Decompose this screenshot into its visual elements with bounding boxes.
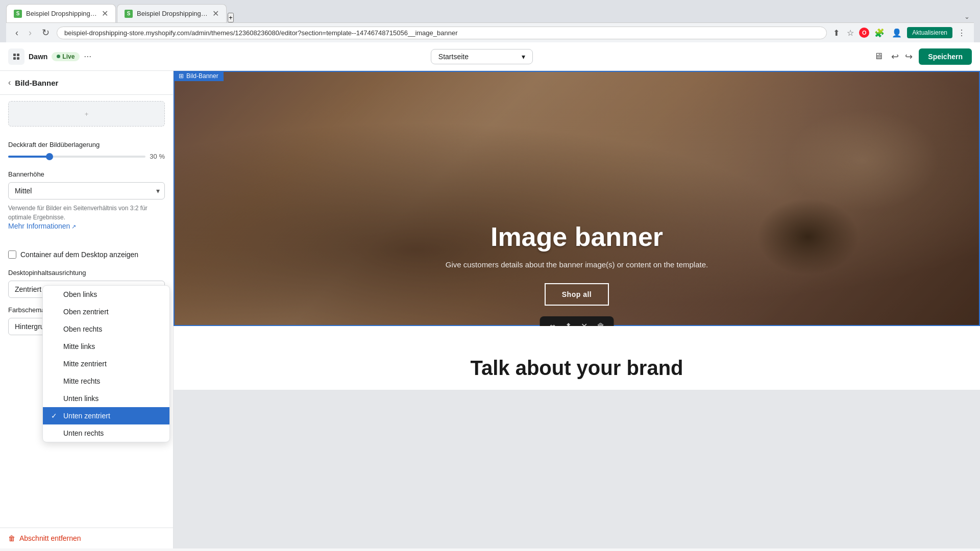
banner-height-select[interactable]: Klein Mittel Groß Vollbild (8, 182, 165, 199)
banner-subtitle: Give customers details about the banner … (446, 260, 708, 269)
container-checkbox-row: Container auf dem Desktop anzeigen (8, 246, 165, 263)
banner-height-section: Bannerhöhe Klein Mittel Groß Vollbild ▾ … (0, 170, 173, 238)
sidebar-header: ‹ Bild-Banner (0, 71, 173, 95)
tab-favicon-2: S (125, 10, 133, 18)
address-text: beispiel-dropshipping-store.myshopify.co… (64, 29, 458, 37)
overlay-label: Deckkraft der Bildüberlagerung (8, 141, 165, 148)
slider-track (8, 156, 145, 158)
svg-rect-1 (17, 54, 19, 56)
redo-button[interactable]: ↪ (903, 49, 915, 64)
live-badge: Live (52, 52, 80, 61)
dropdown-item-mitte-zentriert[interactable]: Mitte zentriert (43, 355, 169, 372)
toolbar-trash-icon[interactable]: 🗑 (593, 319, 609, 326)
browser-tab-1[interactable]: S Beispiel Dropshipping Store ·... ✕ (6, 4, 116, 22)
topbar-dots-menu[interactable]: ··· (84, 51, 91, 62)
more-options-icon[interactable]: ⋮ (955, 27, 968, 39)
slider-fill (8, 156, 50, 158)
banner-height-select-wrapper: Klein Mittel Groß Vollbild ▾ (8, 182, 165, 199)
address-bar[interactable]: beispiel-dropshipping-store.myshopify.co… (57, 27, 827, 39)
banner-label-icon: ⊞ (179, 72, 184, 80)
new-tab-button[interactable]: + (228, 13, 234, 22)
dropdown-item-oben-zentriert[interactable]: Oben zentriert (43, 303, 169, 320)
topbar-left: Dawn Live ··· (8, 48, 91, 65)
tab-close-1[interactable]: ✕ (102, 9, 108, 18)
dropdown-item-unten-zentriert[interactable]: ✓ Unten zentriert (43, 407, 169, 424)
delete-label: Abschnitt entfernen (19, 534, 81, 542)
dropdown-label-oben-rechts: Oben rechts (63, 325, 102, 333)
update-button[interactable]: Aktualisieren (907, 27, 952, 38)
theme-icon[interactable] (8, 48, 24, 65)
profile-icon[interactable]: 👤 (890, 27, 904, 39)
dropdown-item-mitte-rechts[interactable]: Mitte rechts (43, 372, 169, 390)
preview-inner: ⊞ Bild-Banner Image banner Give customer… (174, 71, 980, 390)
trash-icon: 🗑 (8, 534, 15, 542)
save-button[interactable]: Speichern (919, 48, 972, 65)
image-upload-placeholder: + (85, 110, 89, 118)
preview-area: ⊞ Bild-Banner Image banner Give customer… (174, 71, 980, 548)
tab-favicon-1: S (14, 10, 22, 18)
tab-title-2: Beispiel Dropshipping Store (137, 10, 208, 17)
svg-rect-3 (17, 57, 19, 60)
overlay-section: Deckkraft der Bildüberlagerung 30 % (0, 133, 173, 170)
browser-tab-2[interactable]: S Beispiel Dropshipping Store ✕ (117, 4, 227, 22)
reload-button[interactable]: ↻ (39, 26, 53, 39)
browser-toolbar: ‹ › ↻ beispiel-dropshipping-store.myshop… (6, 22, 974, 42)
back-button[interactable]: ‹ (12, 27, 21, 39)
browser-tabs: S Beispiel Dropshipping Store ·... ✕ S B… (6, 4, 974, 22)
browser-actions: ⬆ ☆ O 🧩 👤 Aktualisieren ⋮ (831, 27, 968, 39)
topbar-center: Startseite ▾ (97, 49, 866, 64)
dropdown-item-unten-rechts[interactable]: Unten rechts (43, 424, 169, 442)
topbar: Dawn Live ··· Startseite ▾ 🖥 ↩ ↪ Speiche… (0, 42, 980, 71)
position-section (0, 238, 173, 242)
undo-button[interactable]: ↩ (889, 49, 901, 64)
main-content: ‹ Bild-Banner + Deckkraft der Bildüberla… (0, 71, 980, 548)
sidebar-title: Bild-Banner (15, 79, 58, 87)
live-text: Live (62, 53, 75, 60)
dropdown-item-mitte-links[interactable]: Mitte links (43, 338, 169, 355)
brand-section: Talk about your brand (174, 326, 980, 390)
toolbar-pencil-icon[interactable]: ✕ (577, 319, 592, 326)
banner-title: Image banner (446, 221, 708, 252)
more-info-link[interactable]: Mehr Informationen (8, 222, 76, 230)
toolbar-align-center-icon[interactable]: ⬍ (561, 319, 576, 326)
back-button-sidebar[interactable]: ‹ (8, 78, 11, 87)
container-checkbox-section: Container auf dem Desktop anzeigen (0, 242, 173, 265)
dropdown-item-oben-links[interactable]: Oben links (43, 286, 169, 303)
page-selector[interactable]: Startseite ▾ (431, 49, 533, 64)
container-checkbox-label[interactable]: Container auf dem Desktop anzeigen (20, 251, 138, 259)
share-icon[interactable]: ⬆ (831, 27, 842, 39)
dropdown-label-oben-links: Oben links (63, 290, 97, 298)
dropdown-item-unten-links[interactable]: Unten links (43, 390, 169, 407)
slider-thumb[interactable] (46, 153, 53, 160)
dropdown-label-mitte-rechts: Mitte rechts (63, 377, 100, 385)
dropdown-label-unten-rechts: Unten rechts (63, 429, 104, 437)
chevron-down-icon: ▾ (522, 53, 525, 61)
extension-icon[interactable]: 🧩 (872, 27, 887, 39)
tab-close-2[interactable]: ✕ (212, 9, 219, 18)
browser-chrome: S Beispiel Dropshipping Store ·... ✕ S B… (0, 0, 980, 42)
topbar-right: 🖥 ↩ ↪ Speichern (872, 48, 972, 65)
opera-icon: O (859, 28, 869, 38)
desktop-align-label: Desktopinhaltsausrichtung (8, 269, 165, 277)
bookmark-icon[interactable]: ☆ (845, 27, 856, 39)
dropdown-item-oben-rechts[interactable]: Oben rechts (43, 320, 169, 338)
banner-label-text: Bild-Banner (186, 72, 218, 80)
toolbar-align-left-icon[interactable]: ⬌ (545, 319, 560, 326)
devices-icon[interactable]: 🖥 (872, 49, 885, 64)
slider-container: 30 % (8, 153, 165, 160)
delete-section[interactable]: 🗑 Abschnitt entfernen (0, 528, 173, 548)
forward-button[interactable]: › (26, 27, 35, 39)
browser-minimize[interactable]: ⌄ (960, 11, 974, 22)
banner-section: ⊞ Bild-Banner Image banner Give customer… (174, 71, 980, 326)
sidebar-image-section: + (0, 95, 173, 133)
live-dot (57, 55, 60, 58)
image-upload-area[interactable]: + (8, 101, 165, 127)
position-dropdown[interactable]: Oben links Oben zentriert Oben rechts Mi… (42, 285, 170, 442)
brand-title: Talk about your brand (184, 357, 970, 380)
container-checkbox[interactable] (8, 251, 16, 259)
dropdown-label-unten-zentriert: Unten zentriert (63, 412, 110, 420)
floating-toolbar: ⬌ ⬍ ✕ 🗑 (540, 316, 614, 326)
sidebar: ‹ Bild-Banner + Deckkraft der Bildüberla… (0, 71, 174, 548)
tab-title-1: Beispiel Dropshipping Store ·... (26, 10, 97, 17)
shop-all-button[interactable]: Shop all (545, 283, 609, 306)
